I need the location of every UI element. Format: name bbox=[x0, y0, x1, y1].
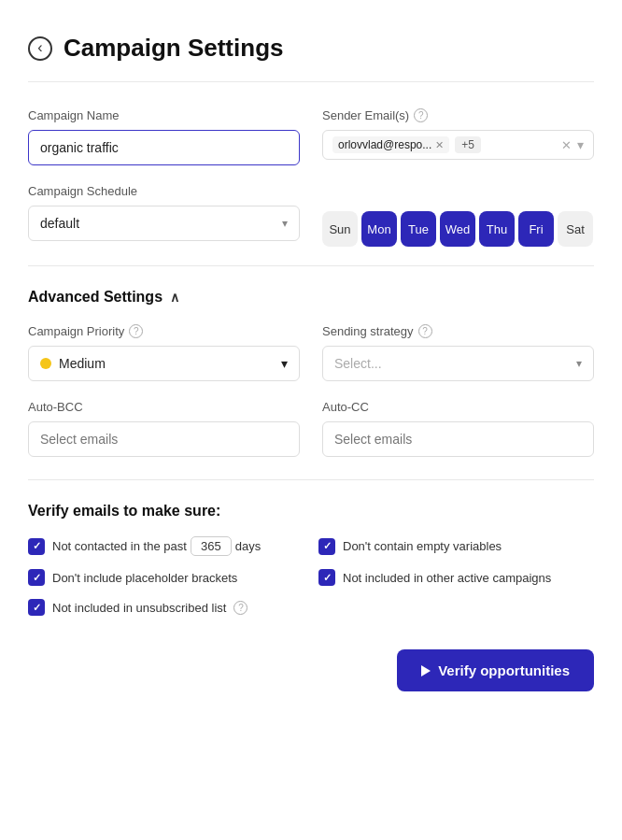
verify-divider bbox=[28, 479, 594, 480]
campaign-name-group: Campaign Name bbox=[28, 108, 300, 165]
sender-help-icon[interactable]: ? bbox=[414, 108, 428, 122]
days-row: Sun Mon Tue Wed Thu Fri Sat bbox=[322, 211, 594, 247]
auto-cc-group: Auto-CC bbox=[322, 400, 594, 457]
email-tag-remove[interactable]: ✕ bbox=[435, 139, 444, 151]
footer-row: Verify opportunities bbox=[28, 649, 594, 710]
priority-select[interactable]: Medium ▾ bbox=[28, 346, 300, 381]
advanced-settings-section: Advanced Settings ∧ Campaign Priority ? … bbox=[28, 289, 594, 457]
strategy-chevron-icon: ▾ bbox=[576, 357, 582, 370]
checkbox-no-empty-vars[interactable] bbox=[318, 538, 335, 555]
verify-grid: Not contacted in the past days Don't con… bbox=[28, 536, 594, 616]
back-button[interactable] bbox=[28, 36, 52, 61]
day-mon[interactable]: Mon bbox=[361, 211, 397, 247]
page-title: Campaign Settings bbox=[64, 34, 283, 63]
sending-strategy-label: Sending strategy ? bbox=[322, 324, 594, 338]
campaign-name-label: Campaign Name bbox=[28, 108, 300, 122]
advanced-chevron-icon: ∧ bbox=[170, 290, 179, 305]
verify-item-not-other-campaigns: Not included in other active campaigns bbox=[318, 569, 594, 586]
section-divider bbox=[28, 265, 594, 266]
priority-label: Campaign Priority ? bbox=[28, 324, 300, 338]
not-contacted-text-after: days bbox=[235, 539, 261, 553]
sending-strategy-select[interactable]: Select... ▾ bbox=[322, 346, 594, 381]
auto-bcc-input[interactable] bbox=[28, 421, 300, 457]
sender-email-group: Sender Email(s) ? orlovvlad@respo... ✕ +… bbox=[322, 108, 594, 165]
email-tag: orlovvlad@respo... ✕ bbox=[332, 136, 449, 153]
not-contacted-text-before: Not contacted in the past bbox=[52, 539, 187, 553]
auto-cc-label: Auto-CC bbox=[322, 400, 594, 414]
days-group: Sun Mon Tue Wed Thu Fri Sat bbox=[322, 184, 594, 247]
checkbox-not-other-campaigns[interactable] bbox=[318, 569, 335, 586]
auto-bcc-label: Auto-BCC bbox=[28, 400, 300, 414]
schedule-select[interactable]: default ▾ bbox=[28, 206, 300, 241]
day-thu[interactable]: Thu bbox=[479, 211, 515, 247]
not-unsubscribed-text: Not included in unsubscribed list bbox=[52, 601, 226, 615]
verify-item-no-placeholder: Don't include placeholder brackets bbox=[28, 569, 304, 586]
checkbox-not-unsubscribed[interactable] bbox=[28, 599, 45, 616]
schedule-label: Campaign Schedule bbox=[28, 184, 300, 198]
campaign-name-input[interactable] bbox=[28, 130, 300, 165]
sender-dropdown-arrow[interactable]: ▾ bbox=[577, 137, 584, 152]
play-icon bbox=[421, 665, 431, 676]
page-header: Campaign Settings bbox=[28, 19, 594, 82]
strategy-help-icon[interactable]: ? bbox=[418, 324, 432, 338]
sending-strategy-group: Sending strategy ? Select... ▾ bbox=[322, 324, 594, 381]
schedule-chevron-icon: ▾ bbox=[282, 217, 288, 230]
priority-chevron-icon: ▾ bbox=[281, 356, 288, 371]
plus-badge: +5 bbox=[455, 136, 481, 153]
auto-bcc-group: Auto-BCC bbox=[28, 400, 300, 457]
day-fri[interactable]: Fri bbox=[518, 211, 554, 247]
checkbox-no-placeholder[interactable] bbox=[28, 569, 45, 586]
not-other-campaigns-text: Not included in other active campaigns bbox=[343, 571, 551, 585]
priority-help-icon[interactable]: ? bbox=[129, 324, 143, 338]
days-input[interactable] bbox=[191, 536, 232, 556]
checkbox-not-contacted[interactable] bbox=[28, 538, 45, 555]
no-placeholder-text: Don't include placeholder brackets bbox=[52, 571, 237, 585]
schedule-group: Campaign Schedule default ▾ bbox=[28, 184, 300, 247]
sender-email-field[interactable]: orlovvlad@respo... ✕ +5 ✕ ▾ bbox=[322, 130, 594, 160]
clear-all-button[interactable]: ✕ bbox=[561, 138, 572, 152]
day-sat[interactable]: Sat bbox=[558, 211, 593, 247]
verify-item-not-contacted: Not contacted in the past days bbox=[28, 536, 304, 556]
priority-dot bbox=[40, 358, 51, 369]
verify-section: Verify emails to make sure: Not contacte… bbox=[28, 503, 594, 616]
verify-item-no-empty-vars: Don't contain empty variables bbox=[318, 536, 594, 556]
verify-item-not-unsubscribed: Not included in unsubscribed list ? bbox=[28, 599, 304, 616]
advanced-settings-toggle[interactable]: Advanced Settings ∧ bbox=[28, 289, 594, 306]
schedule-row: Campaign Schedule default ▾ Sun Mon Tue … bbox=[28, 184, 594, 247]
day-sun[interactable]: Sun bbox=[322, 211, 358, 247]
unsubscribed-help-icon[interactable]: ? bbox=[233, 601, 247, 615]
bcc-cc-row: Auto-BCC Auto-CC bbox=[28, 400, 594, 457]
priority-group: Campaign Priority ? Medium ▾ bbox=[28, 324, 300, 381]
priority-strategy-row: Campaign Priority ? Medium ▾ Sending str… bbox=[28, 324, 594, 381]
day-wed[interactable]: Wed bbox=[440, 211, 475, 247]
sender-email-label: Sender Email(s) ? bbox=[322, 108, 594, 122]
day-tue[interactable]: Tue bbox=[401, 211, 436, 247]
verify-heading: Verify emails to make sure: bbox=[28, 503, 594, 520]
verify-opportunities-button[interactable]: Verify opportunities bbox=[397, 649, 594, 691]
basic-settings-row: Campaign Name Sender Email(s) ? orlovvla… bbox=[28, 108, 594, 165]
no-empty-vars-text: Don't contain empty variables bbox=[343, 539, 502, 553]
auto-cc-input[interactable] bbox=[322, 421, 594, 457]
